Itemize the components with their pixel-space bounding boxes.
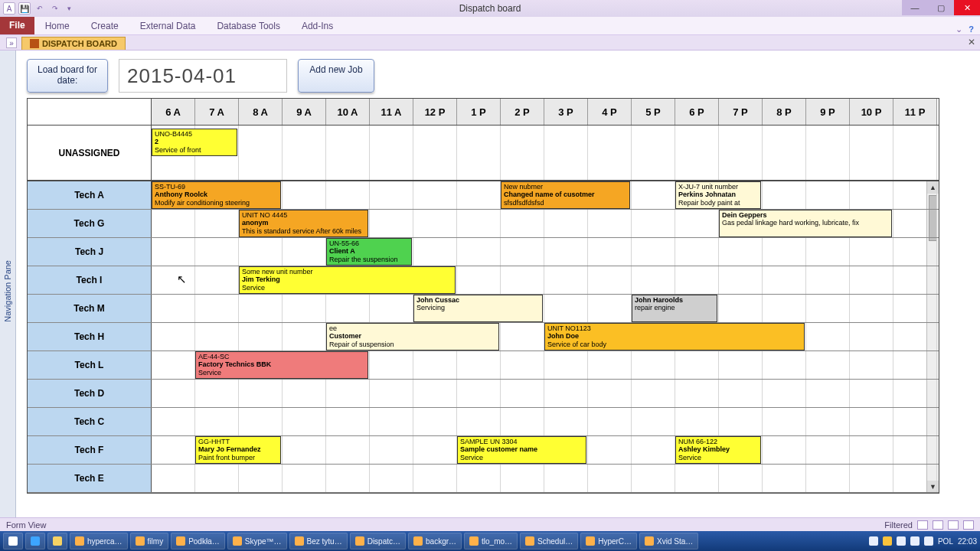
job-card[interactable]: John CussacServicing bbox=[413, 295, 543, 322]
status-left: Form View bbox=[6, 520, 46, 530]
window-close-button[interactable]: ✕ bbox=[954, 0, 980, 15]
ribbon-tab-home[interactable]: Home bbox=[34, 18, 80, 34]
ribbon-tab-file[interactable]: File bbox=[0, 16, 34, 34]
date-input[interactable]: 2015-04-01 bbox=[119, 59, 287, 93]
ribbon-tab-add-ins[interactable]: Add-Ins bbox=[291, 18, 344, 34]
taskbar-app-label: Dispatc… bbox=[368, 537, 400, 546]
hour-header: 3 P bbox=[544, 99, 588, 125]
job-unit: SS-TU-69 bbox=[155, 183, 278, 191]
tech-track[interactable]: UN-55-66Client ARepair the suspension bbox=[152, 238, 939, 266]
taskbar-app-button[interactable]: HyperC… bbox=[580, 533, 637, 549]
view-datasheet-icon[interactable] bbox=[933, 520, 943, 530]
tech-track[interactable] bbox=[152, 380, 939, 407]
ribbon-help-icon[interactable]: ? bbox=[969, 24, 974, 34]
taskbar-app-button[interactable]: Podkła… bbox=[171, 533, 225, 549]
window-maximize-button[interactable]: ▢ bbox=[928, 0, 954, 15]
tech-track[interactable] bbox=[152, 408, 939, 435]
job-card[interactable]: UNIT NO 4445anonymThis is standard servi… bbox=[239, 210, 368, 237]
view-design-icon[interactable] bbox=[963, 520, 974, 530]
tray-icon[interactable] bbox=[924, 536, 933, 546]
tech-label: Tech D bbox=[28, 380, 152, 407]
ribbon-tab-create[interactable]: Create bbox=[80, 18, 129, 34]
ribbon-tab-external-data[interactable]: External Data bbox=[129, 18, 207, 34]
taskbar-app-button[interactable]: Bez tytu… bbox=[289, 533, 348, 549]
view-form-icon[interactable] bbox=[917, 520, 928, 530]
tech-track[interactable]: UNIT NO 4445anonymThis is standard servi… bbox=[152, 210, 939, 237]
job-card[interactable]: Some new unit numberJim TerkingService bbox=[239, 266, 456, 294]
job-desc: Service of front bbox=[155, 146, 234, 154]
document-tab-dispatch-board[interactable]: DISPATCH BOARD bbox=[21, 37, 126, 50]
taskbar-app-button[interactable]: Skype™… bbox=[227, 533, 287, 549]
app-icon bbox=[75, 536, 84, 546]
job-card[interactable]: Dein GeppersGas pedal linkage hard worki… bbox=[719, 210, 892, 237]
tray-icon[interactable] bbox=[897, 536, 906, 546]
tray-icon[interactable] bbox=[869, 536, 878, 546]
tech-track[interactable]: John CussacServicingJohn Harooldsrepair … bbox=[152, 295, 939, 322]
ribbon-tab-database-tools[interactable]: Database Tools bbox=[206, 18, 291, 34]
unassigned-track[interactable]: UNO-B44452Service of front bbox=[152, 126, 939, 180]
taskbar-app-button[interactable]: Schedul… bbox=[520, 533, 578, 549]
tech-track[interactable]: GG-HHTTMary Jo FernandezPaint front bump… bbox=[152, 436, 939, 464]
tech-track[interactable] bbox=[152, 465, 939, 492]
job-card[interactable]: eeCustomerRepair of suspension bbox=[326, 323, 499, 350]
qat-redo-icon[interactable]: ↷ bbox=[49, 5, 61, 12]
navigation-pane-label: Navigation Pane bbox=[3, 260, 12, 322]
tray-icon[interactable] bbox=[883, 536, 892, 546]
job-card[interactable]: SAMPLE UN 3304Sample customer nameServic… bbox=[457, 436, 586, 464]
qat-customize-icon[interactable]: ▾ bbox=[64, 5, 74, 12]
tray-icon[interactable] bbox=[910, 536, 920, 546]
hour-header: 8 P bbox=[763, 99, 806, 125]
tray-clock[interactable]: 22:03 bbox=[958, 537, 977, 546]
tech-track[interactable]: SS-TU-69Anthony RoolckModify air conditi… bbox=[152, 181, 939, 209]
document-tab-close-button[interactable]: ✕ bbox=[968, 37, 975, 47]
hour-header: 9 A bbox=[283, 99, 326, 125]
add-new-job-button[interactable]: Add new Job bbox=[298, 59, 374, 93]
hour-header: 4 P bbox=[588, 99, 632, 125]
system-tray[interactable]: POL 22:03 bbox=[869, 536, 977, 546]
taskbar-app-button[interactable]: Xvid Sta… bbox=[639, 533, 698, 549]
taskbar-app-button[interactable]: Dispatc… bbox=[350, 533, 406, 549]
load-board-button[interactable]: Load board for date: bbox=[27, 59, 108, 93]
taskbar-app-button[interactable]: filmy bbox=[130, 533, 169, 549]
view-layout-icon[interactable] bbox=[948, 520, 959, 530]
taskbar-ie-button[interactable] bbox=[25, 533, 45, 549]
tech-track[interactable]: AE-44-SCFactory Technics BBKService bbox=[152, 351, 939, 379]
tech-track[interactable]: eeCustomerRepair of suspensionUNIT NO112… bbox=[152, 323, 939, 350]
shutter-bar-toggle[interactable]: » bbox=[6, 37, 17, 48]
job-desc: Modify air conditioning steering bbox=[155, 199, 278, 207]
taskbar-app-button[interactable]: tlo_mo… bbox=[464, 533, 518, 549]
job-card[interactable]: AE-44-SCFactory Technics BBKService bbox=[195, 351, 368, 379]
status-bar: Form View Filtered bbox=[0, 517, 980, 531]
tray-language[interactable]: POL bbox=[938, 537, 953, 546]
job-card[interactable]: GG-HHTTMary Jo FernandezPaint front bump… bbox=[195, 436, 281, 464]
qat-undo-icon[interactable]: ↶ bbox=[34, 5, 46, 12]
job-unit: New nubmer bbox=[504, 183, 627, 191]
job-card[interactable]: John Harooldsrepair engine bbox=[632, 295, 717, 322]
job-card[interactable]: UNO-B44452Service of front bbox=[152, 129, 237, 156]
hour-header: 1 P bbox=[457, 99, 501, 125]
job-card[interactable]: SS-TU-69Anthony RoolckModify air conditi… bbox=[152, 181, 281, 209]
window-minimize-button[interactable]: — bbox=[902, 0, 928, 15]
job-card[interactable]: New nubmerChanged name of cusotmersfsdfs… bbox=[501, 181, 630, 209]
tech-label: Tech L bbox=[28, 351, 152, 379]
taskbar-app-button[interactable]: hyperca… bbox=[70, 533, 128, 549]
job-card[interactable]: NUM 66-122Ashley KimbleyService bbox=[675, 436, 761, 464]
job-card[interactable]: X-JU-7 unit numberPerkins JohnatanRepair… bbox=[675, 181, 761, 209]
job-desc: Service bbox=[460, 454, 583, 461]
job-card[interactable]: UN-55-66Client ARepair the suspension bbox=[326, 238, 412, 266]
job-customer: Factory Technics BBK bbox=[198, 360, 365, 368]
ribbon-minimize-icon[interactable]: ⌄ bbox=[956, 24, 962, 34]
start-button[interactable] bbox=[3, 533, 23, 549]
navigation-pane-collapsed[interactable]: Navigation Pane bbox=[0, 51, 16, 531]
taskbar-explorer-button[interactable] bbox=[47, 533, 67, 549]
job-unit: UNO-B4445 bbox=[155, 130, 234, 138]
taskbar-app-button[interactable]: backgr… bbox=[408, 533, 462, 549]
job-card[interactable]: UNIT NO1123John DoeService of car body bbox=[544, 323, 805, 350]
qat-save-icon[interactable]: 💾 bbox=[18, 2, 31, 15]
taskbar-app-label: hyperca… bbox=[87, 537, 122, 546]
job-customer: John Haroolds bbox=[635, 296, 714, 304]
job-unit: SAMPLE UN 3304 bbox=[460, 438, 583, 445]
job-desc: Gas pedal linkage hard working, lubricat… bbox=[722, 219, 889, 227]
job-customer: Client A bbox=[329, 247, 409, 255]
tech-track[interactable]: Some new unit numberJim TerkingService bbox=[152, 266, 939, 294]
